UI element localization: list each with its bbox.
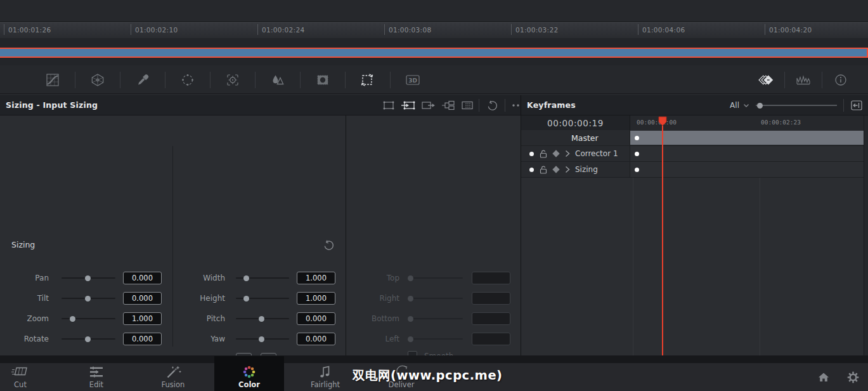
width-slider-handle[interactable]	[243, 275, 249, 281]
lock-icon[interactable]	[540, 166, 547, 174]
keyframe-dot[interactable]	[635, 136, 639, 140]
nav-tab-edit[interactable]: Edit	[62, 363, 131, 391]
node-sizing-icon[interactable]	[439, 98, 456, 112]
right-label: Right	[346, 294, 399, 303]
slider-row-tilt: Tilt0.000	[0, 288, 162, 308]
tilt-slider[interactable]	[62, 294, 115, 303]
scopes-icon[interactable]	[785, 65, 822, 94]
top-slider[interactable]	[409, 274, 463, 282]
rotate-value-field[interactable]: 0.000	[123, 333, 162, 345]
pan-slider[interactable]	[62, 274, 115, 282]
sizing-reset-button[interactable]	[322, 239, 335, 251]
rotate-slider[interactable]	[62, 335, 115, 343]
blanking-panel: Blanking TopRightBottomLeft Smooth	[346, 116, 521, 355]
right-slider-handle[interactable]	[408, 296, 413, 302]
output-sizing-icon[interactable]	[420, 98, 436, 112]
left-value-field[interactable]	[472, 333, 510, 345]
blur-icon[interactable]	[256, 65, 300, 94]
keyframe-track-corrector-1[interactable]: Corrector 1	[521, 146, 868, 162]
keyframe-filter-dropdown[interactable]: All	[730, 101, 749, 110]
track-enabled-dot-icon[interactable]	[529, 152, 534, 156]
zoom-value-field[interactable]: 1.000	[123, 312, 162, 325]
height-slider[interactable]	[236, 294, 289, 303]
slider-row-top: Top	[346, 268, 510, 288]
power-window-icon[interactable]	[165, 65, 210, 94]
chevron-right-icon[interactable]	[565, 166, 570, 173]
ruler-timecode-label: 01:00:02:10	[135, 26, 178, 34]
nav-tab-fairlight[interactable]: Fairlight	[290, 363, 360, 391]
header-separator	[479, 99, 479, 112]
height-slider-handle[interactable]	[243, 296, 249, 302]
sizing-header-reset-icon[interactable]	[483, 97, 502, 114]
pan-slider-handle[interactable]	[85, 275, 91, 281]
track-lane[interactable]	[630, 146, 868, 161]
collapse-panel-icon[interactable]	[850, 100, 863, 111]
yaw-slider[interactable]	[236, 335, 289, 343]
track-enabled-dot-icon[interactable]	[529, 168, 534, 172]
pitch-slider-handle[interactable]	[259, 316, 264, 322]
top-slider-handle[interactable]	[408, 275, 413, 281]
right-value-field[interactable]	[472, 292, 510, 305]
left-slider[interactable]	[409, 335, 463, 343]
width-slider[interactable]	[236, 274, 289, 282]
keyframe-panel-right-edge	[864, 116, 868, 355]
timeline-ruler[interactable]: 01:00:01:2601:00:02:1001:00:02:2401:00:0…	[0, 22, 868, 38]
bottom-slider-handle[interactable]	[408, 316, 413, 322]
lock-icon[interactable]	[540, 150, 547, 158]
bottom-slider[interactable]	[409, 314, 463, 323]
settings-gear-icon[interactable]	[847, 371, 859, 383]
chevron-right-icon[interactable]	[565, 150, 570, 157]
keyframe-diamond-icon[interactable]	[552, 166, 559, 173]
color-wheels-icon[interactable]	[75, 65, 120, 94]
rotate-slider-handle[interactable]	[85, 336, 91, 342]
ruler-tick-line	[511, 24, 512, 35]
zoom-slider-handle[interactable]	[70, 316, 75, 322]
bottom-value-field[interactable]	[472, 312, 510, 325]
palette-toolbar-left: 3D	[30, 65, 435, 94]
track-lane[interactable]	[630, 130, 868, 145]
keyframe-zoom-slider-handle[interactable]	[757, 103, 763, 109]
key-icon[interactable]	[301, 65, 345, 94]
yaw-slider-handle[interactable]	[259, 336, 264, 342]
right-slider[interactable]	[409, 294, 463, 303]
keyframe-dot[interactable]	[635, 168, 639, 172]
zoom-slider[interactable]	[62, 314, 115, 323]
sizing-panel-title: Sizing - Input Sizing	[6, 100, 98, 110]
tilt-slider-handle[interactable]	[85, 296, 91, 302]
stereo-3d-icon[interactable]: 3D	[391, 65, 435, 94]
input-sizing-icon[interactable]	[400, 98, 417, 112]
reference-sizing-icon[interactable]	[459, 98, 476, 112]
nav-tab-cut[interactable]: Cut	[0, 363, 55, 391]
info-icon[interactable]	[822, 65, 859, 94]
timeline-clip[interactable]	[0, 48, 868, 58]
qualifier-icon[interactable]	[120, 65, 165, 94]
sizing-mode-buttons	[380, 95, 528, 116]
keyframe-diamond-icon[interactable]	[552, 150, 559, 157]
track-name: Master	[571, 133, 599, 143]
pitch-slider[interactable]	[236, 314, 289, 323]
left-slider-handle[interactable]	[408, 336, 413, 342]
keyframe-track-sizing[interactable]: Sizing	[521, 162, 868, 178]
keyframe-playhead-marker[interactable]	[658, 116, 667, 126]
tilt-value-field[interactable]: 0.000	[123, 292, 162, 305]
project-manager-home-icon[interactable]	[818, 372, 829, 382]
pitch-value-field[interactable]: 0.000	[297, 312, 335, 325]
nav-tab-fusion[interactable]: Fusion	[138, 363, 208, 391]
track-lane[interactable]	[630, 162, 868, 177]
edit-sizing-icon[interactable]	[380, 98, 397, 112]
keyframes-icon[interactable]	[748, 65, 784, 94]
tracker-icon[interactable]	[211, 65, 255, 94]
curves-icon[interactable]	[30, 65, 75, 94]
slider-row-left: Left	[346, 329, 510, 349]
keyframe-zoom-slider[interactable]	[756, 101, 837, 110]
height-value-field[interactable]: 1.000	[297, 292, 335, 305]
top-value-field[interactable]	[472, 272, 510, 284]
sizing-icon[interactable]	[346, 65, 390, 94]
nav-tab-color[interactable]: Color	[214, 356, 284, 391]
keyframe-playhead-line[interactable]	[662, 121, 663, 355]
pan-value-field[interactable]: 0.000	[123, 272, 162, 284]
keyframe-track-master[interactable]: Master	[521, 130, 868, 146]
width-value-field[interactable]: 1.000	[297, 272, 335, 284]
keyframe-dot[interactable]	[635, 152, 639, 156]
yaw-value-field[interactable]: 0.000	[297, 333, 335, 345]
